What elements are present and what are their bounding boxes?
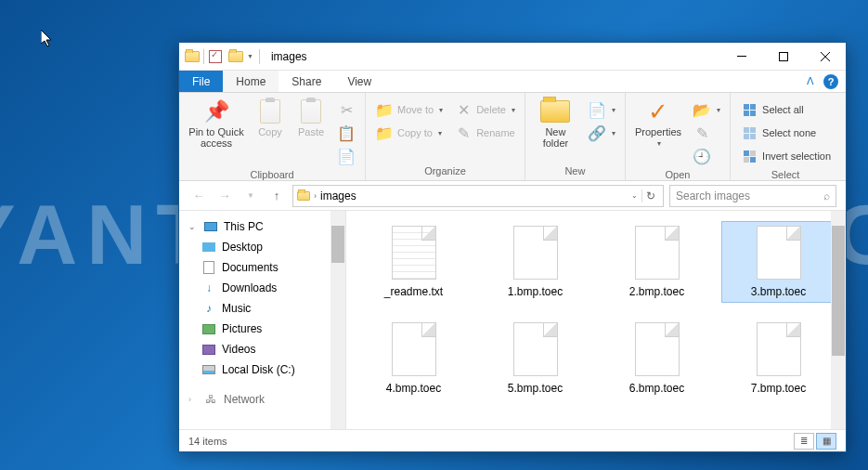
easy-access-button[interactable]: 🔗▾: [584, 122, 619, 144]
tab-view[interactable]: View: [334, 71, 384, 92]
up-button[interactable]: ↑: [266, 186, 287, 206]
scrollbar-thumb[interactable]: [331, 226, 344, 263]
generic-file-icon: [635, 226, 680, 280]
maximize-button[interactable]: [762, 43, 804, 70]
properties-qat-icon[interactable]: [206, 47, 225, 66]
copy-button[interactable]: Copy: [252, 95, 289, 141]
copy-path-button[interactable]: 📋: [333, 122, 359, 144]
invert-selection-button[interactable]: Invert selection: [736, 145, 835, 167]
path-segment[interactable]: images: [320, 189, 356, 202]
expander-icon[interactable]: ⌄: [188, 222, 198, 231]
file-item[interactable]: 4.bmp.toec: [357, 319, 470, 398]
folder-qat-icon[interactable]: [227, 47, 245, 66]
file-list-pane[interactable]: _readme.txt1.bmp.toec2.bmp.toec3.bmp.toe…: [346, 211, 846, 429]
sidebar-item-documents[interactable]: Documents: [179, 257, 345, 278]
properties-button[interactable]: ✓ Properties ▾: [631, 95, 685, 151]
paste-label: Paste: [298, 126, 324, 137]
path-dropdown-icon[interactable]: ⌄: [631, 191, 638, 200]
sidebar-item-desktop[interactable]: Desktop: [179, 237, 345, 257]
file-item[interactable]: _readme.txt: [357, 222, 470, 302]
desktop-icon: [201, 240, 216, 255]
generic-file-icon: [392, 322, 436, 376]
generic-file-icon: [513, 322, 558, 376]
forward-button[interactable]: →: [214, 186, 235, 206]
generic-file-icon: [513, 226, 558, 280]
tab-share[interactable]: Share: [279, 71, 334, 92]
window-title: images: [271, 50, 307, 63]
ribbon: 📌 Pin to Quick access Copy Paste ✂ 📋 📄: [179, 93, 846, 181]
sidebar-item-network[interactable]: ›🖧Network: [179, 389, 345, 410]
search-input[interactable]: Search images ⌕: [669, 185, 836, 207]
pin-quick-access-button[interactable]: 📌 Pin to Quick access: [185, 95, 248, 152]
cut-button[interactable]: ✂: [333, 98, 359, 121]
sidebar-item-local-disk[interactable]: Local Disk (C:): [179, 359, 345, 380]
edit-icon: ✎: [693, 124, 711, 142]
delete-button[interactable]: ✕Delete▾: [450, 98, 519, 121]
expander-icon[interactable]: ›: [188, 395, 198, 404]
file-item[interactable]: 5.bmp.toec: [479, 319, 591, 398]
sidebar-item-music[interactable]: ♪Music: [179, 298, 345, 319]
file-item[interactable]: 6.bmp.toec: [601, 319, 713, 398]
sidebar-item-pictures[interactable]: Pictures: [179, 319, 345, 339]
file-name-label: 1.bmp.toec: [508, 285, 563, 298]
minimize-button[interactable]: [720, 43, 762, 70]
back-button[interactable]: ←: [188, 186, 209, 206]
refresh-button[interactable]: ↻: [641, 189, 659, 202]
new-folder-button[interactable]: New folder: [531, 95, 580, 152]
help-icon[interactable]: ?: [823, 74, 838, 89]
generic-file-icon: [635, 322, 680, 376]
history-button[interactable]: 🕘: [689, 145, 724, 167]
copy-to-button[interactable]: 📁Copy to▾: [371, 122, 447, 144]
generic-file-icon: [757, 322, 801, 376]
tab-home[interactable]: Home: [223, 71, 279, 92]
delete-icon: ✕: [454, 100, 473, 119]
title-bar[interactable]: ▼ images: [179, 43, 846, 71]
videos-icon: [201, 342, 216, 357]
scrollbar-thumb[interactable]: [832, 226, 845, 356]
navigation-pane[interactable]: ⌄ This PC Desktop Documents ↓Downloads ♪…: [179, 211, 346, 429]
address-bar: ← → ▼ ↑ › images ⌄ ↻ Search images ⌕: [179, 181, 846, 211]
qat-dropdown-icon[interactable]: ▼: [247, 53, 253, 59]
ribbon-group-organize: 📁Move to▾ 📁Copy to▾ ✕Delete▾ ✎Rename Org…: [366, 93, 525, 180]
sidebar-scrollbar[interactable]: [330, 211, 345, 429]
paste-icon: [296, 98, 326, 124]
history-icon: 🕘: [693, 147, 711, 165]
paste-button[interactable]: Paste: [292, 95, 330, 141]
network-icon: 🖧: [203, 392, 218, 407]
file-item[interactable]: 3.bmp.toec: [722, 222, 835, 302]
sidebar-this-pc[interactable]: ⌄ This PC: [179, 216, 345, 237]
ribbon-tabs: File Home Share View ᐱ ?: [179, 71, 846, 93]
select-all-icon: [740, 100, 758, 119]
search-icon: ⌕: [823, 189, 830, 202]
rename-button[interactable]: ✎Rename: [450, 122, 519, 144]
tab-file[interactable]: File: [179, 71, 223, 92]
this-pc-icon: [203, 219, 218, 234]
paste-shortcut-icon: 📄: [337, 147, 356, 165]
icons-view-button[interactable]: ▦: [816, 433, 836, 450]
open-button[interactable]: 📂▾: [689, 98, 724, 121]
path-input[interactable]: › images ⌄ ↻: [292, 185, 664, 207]
close-button[interactable]: [804, 43, 846, 70]
copy-path-icon: 📋: [337, 124, 356, 142]
recent-dropdown[interactable]: ▼: [240, 186, 261, 206]
sidebar-item-downloads[interactable]: ↓Downloads: [179, 278, 345, 298]
file-item[interactable]: 7.bmp.toec: [722, 319, 835, 398]
select-none-button[interactable]: Select none: [736, 122, 835, 144]
move-to-button[interactable]: 📁Move to▾: [371, 98, 447, 121]
disk-icon: [201, 362, 216, 377]
details-view-button[interactable]: ≣: [794, 433, 814, 450]
new-item-button[interactable]: 📄▾: [584, 98, 619, 121]
collapse-ribbon-icon[interactable]: ᐱ: [807, 75, 814, 87]
edit-button[interactable]: ✎: [689, 122, 724, 144]
generic-file-icon: [757, 226, 801, 280]
file-item[interactable]: 1.bmp.toec: [479, 222, 591, 302]
select-all-button[interactable]: Select all: [736, 98, 835, 121]
sidebar-item-videos[interactable]: Videos: [179, 339, 345, 359]
paste-shortcut-button[interactable]: 📄: [333, 145, 359, 167]
open-icon: 📂: [693, 100, 711, 119]
filepane-scrollbar[interactable]: [831, 211, 846, 429]
file-name-label: 6.bmp.toec: [629, 382, 684, 395]
file-item[interactable]: 2.bmp.toec: [601, 222, 713, 302]
file-name-label: 2.bmp.toec: [629, 285, 684, 298]
explorer-window: ▼ images File Home Share View ᐱ ?: [178, 42, 847, 452]
